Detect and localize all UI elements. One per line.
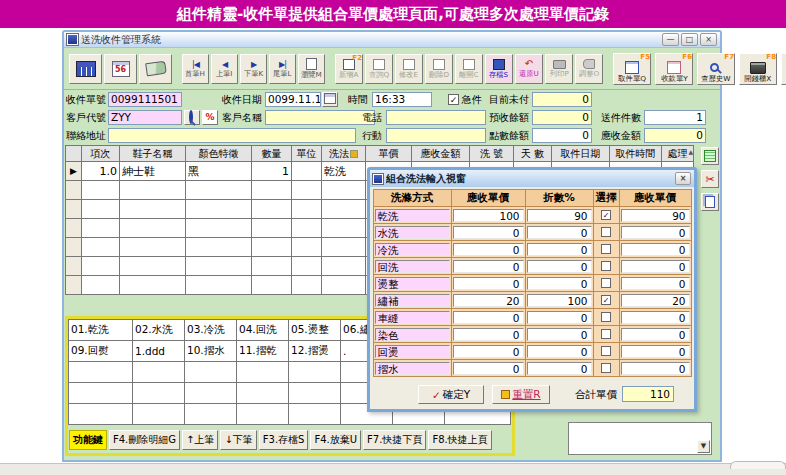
customer-name-field[interactable] [265,110,375,125]
select-checkbox[interactable] [601,227,611,237]
save-button[interactable]: 存檔S [485,54,513,84]
customer-search-button[interactable] [184,110,200,125]
price-field[interactable]: 20 [453,294,524,307]
points-balance-field[interactable]: 0 [532,128,592,143]
final-price-field[interactable]: 0 [621,243,690,256]
history-button[interactable]: F7 查歷史W [697,53,735,85]
discount-percent-button[interactable]: % [202,110,218,125]
col-unit[interactable]: 單位 [292,146,322,162]
prepaid-balance-field[interactable]: 0 [532,110,592,125]
price-field[interactable]: 0 [453,328,524,341]
quick-cell[interactable]: 04.回洗 [237,320,289,341]
grid-tool-button[interactable] [701,147,719,165]
quick-cell[interactable]: 01.乾洗 [69,320,133,341]
final-price-field[interactable]: 0 [621,311,690,324]
quick-cell[interactable]: 05.燙整 [289,320,341,341]
col-seq[interactable]: 項次 [82,146,120,162]
next-record-button[interactable]: ▶ 下筆K [240,54,267,84]
dialog-close-button[interactable]: × [675,172,691,185]
discount-field[interactable]: 100 [527,294,592,307]
price-field[interactable]: 0 [453,277,524,290]
cut-tool-button[interactable]: ✂ [701,170,719,188]
receivable-field[interactable]: 0 [644,128,706,143]
abandon-button[interactable]: F4.放棄U [310,430,361,450]
memo-box[interactable]: ▼ [568,422,712,455]
quick-cell[interactable]: 09.回熨 [69,341,133,362]
price-field[interactable]: 100 [453,209,524,222]
dropdown-icon[interactable]: ▼ [697,440,710,453]
quick-cell[interactable]: 11.摺乾 [237,341,289,362]
discount-field[interactable]: 0 [527,362,592,375]
receipt-date-field[interactable]: 0099.11.15 [265,92,321,107]
select-checkbox[interactable] [601,363,611,373]
barcode-button[interactable]: F9 讀條碼Y [781,53,786,85]
quick-cell[interactable]: 10.摺水 [185,341,237,362]
window-titlebar[interactable]: 送洗收件管理系統 — □ × [64,32,720,48]
select-checkbox[interactable]: ✓ [601,295,611,305]
select-checkbox[interactable] [601,278,611,288]
quick-cell[interactable]: 02.水洗 [133,320,185,341]
prev-record-button[interactable]: ◀ 上筆I [211,54,238,84]
close-button[interactable]: × [700,33,717,46]
select-checkbox[interactable] [601,346,611,356]
discount-field[interactable]: 0 [527,328,592,341]
discount-field[interactable]: 0 [527,260,592,273]
final-price-field[interactable]: 0 [621,328,690,341]
quick-cell[interactable]: 03.冷洗 [185,320,237,341]
reset-button[interactable]: 重置R [492,385,550,404]
col-pickup-time[interactable]: 取件時間 [610,146,662,162]
col-color[interactable]: 顏色特徵 [186,146,252,162]
scroll-up-icon[interactable]: ▲ [688,148,693,155]
calculator-button[interactable] [69,54,102,84]
col-wash-no[interactable]: 洗 號 [470,146,514,162]
first-record-button[interactable]: |◀ 首筆H [182,54,209,84]
discount-field[interactable]: 0 [527,345,592,358]
price-field[interactable]: 0 [453,260,524,273]
col-process[interactable]: 處理▲ [662,146,694,162]
cash-drawer-button[interactable]: F8 開錢櫃X [739,53,777,85]
price-field[interactable]: 0 [453,226,524,239]
select-checkbox[interactable] [601,312,611,322]
price-field[interactable]: 0 [453,345,524,358]
customer-code-field[interactable]: ZYY [108,110,182,125]
col-amount[interactable]: 應收金額 [412,146,470,162]
quick-cell[interactable]: 12.摺燙 [289,341,341,362]
discount-field[interactable]: 0 [527,226,592,239]
quick-cell[interactable]: 1.ddd [133,341,185,362]
final-price-field[interactable]: 0 [621,277,690,290]
urgent-checkbox[interactable]: ✓ [448,94,459,105]
final-price-field[interactable]: 20 [621,294,690,307]
row-up-button[interactable]: ↑上筆 [182,430,218,450]
price-field[interactable]: 0 [453,243,524,256]
query-button[interactable]: 查詢Q [365,54,393,84]
print-button[interactable]: 列印P [545,54,573,84]
quick-next-page-button[interactable]: F7.快捷下頁 [363,430,426,450]
final-price-field[interactable]: 0 [621,226,690,239]
delete-button[interactable]: 刪除D [425,54,453,84]
col-wash[interactable]: 洗法 [322,146,366,162]
col-pickup-date[interactable]: 取件日期 [552,146,610,162]
col-shoe-name[interactable]: 鞋子名稱 [120,146,186,162]
maximize-button[interactable]: □ [681,33,698,46]
pickup-slip-button[interactable]: F5 取件單Q [613,53,651,85]
price-field[interactable]: 0 [453,311,524,324]
select-checkbox[interactable] [601,261,611,271]
paste-tool-button[interactable] [701,193,719,211]
col-days[interactable]: 天 數 [514,146,552,162]
modify-button[interactable]: 修改E [395,54,423,84]
delete-detail-button[interactable]: F4.刪除明細G [109,430,180,450]
payment-slip-button[interactable]: F6 收款單Y [655,53,693,85]
adjust-button[interactable]: 調整O [575,54,603,84]
unpaid-field[interactable]: 0 [532,92,592,107]
leave-button[interactable]: 離開C [455,54,483,84]
final-price-field[interactable]: 0 [621,345,690,358]
restore-button[interactable]: ↶ 還原U [515,54,543,84]
final-price-field[interactable]: 0 [621,260,690,273]
add-button[interactable]: F2 新增A [335,54,363,84]
confirm-button[interactable]: ✓ 確定Y [418,385,484,404]
discount-field[interactable]: 0 [527,277,592,290]
dialog-titlebar[interactable]: 組合洗法輸入視窗 × [370,170,694,187]
address-field[interactable] [108,128,356,143]
final-price-field[interactable]: 90 [621,209,690,222]
price-field[interactable]: 0 [453,362,524,375]
